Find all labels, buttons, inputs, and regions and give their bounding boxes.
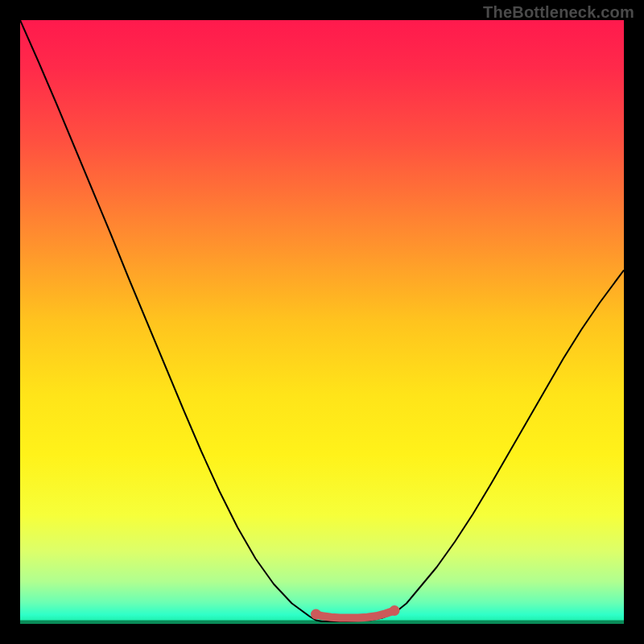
plot-area (20, 20, 624, 624)
highlight-end-dot (390, 605, 400, 616)
chart-frame: TheBottleneck.com (0, 0, 644, 644)
plot-svg (20, 20, 624, 624)
gradient-background (20, 20, 624, 624)
watermark-text: TheBottleneck.com (483, 3, 634, 22)
highlight-end-dot (311, 609, 321, 620)
